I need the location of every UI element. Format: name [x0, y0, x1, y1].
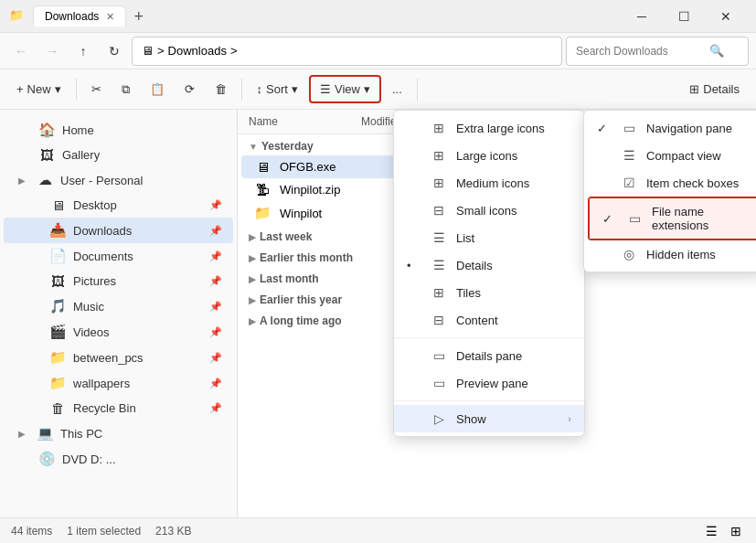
sync-button[interactable]: ⟳ [176, 77, 204, 101]
sidebar-item-wallpapers[interactable]: 📁 wallpapers 📌 [4, 370, 233, 396]
status-item-count: 44 items [11, 525, 52, 538]
menu-details[interactable]: • ☰ Details [394, 251, 584, 279]
sidebar-item-dvd-d:-...[interactable]: 💿 DVD D: ... [4, 446, 233, 472]
delete-button[interactable]: 🗑 [206, 77, 236, 101]
file-icon: 🖥 [252, 159, 272, 175]
status-detail-view-button[interactable]: ⊞ [727, 522, 745, 540]
sidebar-item-documents[interactable]: 📄 Documents 📌 [4, 243, 233, 269]
sidebar-icon: 🗑 [49, 400, 66, 416]
sidebar-item-music[interactable]: 🎵 Music 📌 [4, 293, 233, 319]
toolbar-sep-2 [241, 79, 242, 101]
forward-button[interactable]: → [38, 37, 66, 65]
breadcrumb[interactable]: 🖥 > Downloads > [132, 37, 562, 66]
new-dropdown-icon: ▾ [55, 82, 61, 96]
pin-icon: 📌 [209, 301, 222, 313]
sidebar-label: Videos [73, 325, 202, 339]
sort-dropdown-icon: ▾ [292, 82, 298, 96]
caret-icon: ▶ [249, 295, 256, 305]
pin-icon: 📌 [209, 326, 222, 338]
status-view-controls: ☰ ⊞ [702, 522, 745, 540]
sidebar-label: Desktop [73, 198, 202, 212]
maximize-button[interactable]: ☐ [663, 2, 705, 31]
breadcrumb-sep: > [157, 44, 165, 58]
menu-content[interactable]: ⊟ Content [394, 306, 584, 334]
menu-sep-1 [394, 337, 584, 338]
sidebar-item-user---personal[interactable]: ▶ ☁ User - Personal [4, 167, 233, 193]
menu-medium-icons[interactable]: ⊞ Medium icons [394, 169, 584, 197]
tab-close-button[interactable]: ✕ [106, 11, 114, 23]
menu-details-pane[interactable]: ▭ Details pane [394, 342, 584, 369]
sidebar-item-this-pc[interactable]: ▶ 💻 This PC [4, 421, 233, 446]
sidebar-icon: 🎵 [49, 298, 66, 314]
sidebar: 🏠 Home 🖼 Gallery ▶ ☁ User - Personal 🖥 D… [0, 110, 238, 517]
up-button[interactable]: ↑ [69, 37, 97, 65]
tab-downloads[interactable]: Downloads ✕ [33, 5, 126, 27]
menu-extra-large-icons[interactable]: ⊞ Extra large icons [394, 114, 584, 142]
sidebar-icon: ☁ [37, 172, 53, 188]
minimize-button[interactable]: ─ [621, 2, 663, 31]
sidebar-item-recycle-bin[interactable]: 🗑 Recycle Bin 📌 [4, 396, 233, 421]
details-icon: ⊞ [689, 82, 699, 96]
menu-list[interactable]: ☰ List [394, 224, 584, 251]
sidebar-label: Pictures [73, 274, 202, 288]
more-button[interactable]: ... [383, 77, 411, 101]
sidebar-label: Recycle Bin [73, 401, 202, 415]
pin-icon: 📌 [209, 378, 222, 389]
group-label-text: Earlier this month [260, 251, 353, 264]
view-dropdown: ⊞ Extra large icons ⊞ Large icons ⊞ Medi… [393, 110, 585, 437]
view-icon: ☰ [320, 82, 331, 96]
sidebar-item-desktop[interactable]: 🖥 Desktop 📌 [4, 193, 233, 218]
details-label: Details [703, 82, 740, 96]
sidebar-icon: 📁 [49, 375, 66, 391]
sidebar-item-videos[interactable]: 🎬 Videos 📌 [4, 319, 233, 345]
caret-icon: ▶ [249, 253, 256, 263]
sidebar-item-gallery[interactable]: 🖼 Gallery [4, 143, 233, 167]
copy-button[interactable]: ⧉ [112, 77, 139, 102]
menu-large-icons[interactable]: ⊞ Large icons [394, 142, 584, 169]
view-button[interactable]: ☰ View ▾ [309, 75, 381, 103]
menu-preview-pane[interactable]: ▭ Preview pane [394, 369, 584, 397]
toolbar: + New ▾ ✂ ⧉ 📋 ⟳ 🗑 ↕ Sort ▾ ☰ View ▾ ... … [0, 69, 756, 110]
refresh-button[interactable]: ↻ [101, 37, 128, 65]
pin-icon: 📌 [209, 250, 222, 262]
sidebar-icon: 🏠 [38, 122, 55, 138]
menu-small-icons[interactable]: ⊟ Small icons [394, 197, 584, 224]
new-button[interactable]: + New ▾ [7, 77, 70, 101]
sub-file-name-extensions[interactable]: ✓ ▭ File name extensions [590, 198, 756, 239]
toolbar-sep-1 [76, 79, 77, 101]
sidebar-icon: 📄 [49, 248, 66, 264]
status-list-view-button[interactable]: ☰ [702, 522, 721, 540]
sidebar-label: This PC [60, 427, 222, 441]
view-dropdown-icon: ▾ [364, 82, 370, 96]
sidebar-icon: 🖥 [49, 197, 66, 213]
new-tab-button[interactable]: + [133, 8, 144, 25]
menu-tiles[interactable]: ⊞ Tiles [394, 279, 584, 306]
status-bar: 44 items 1 item selected 213 KB ☰ ⊞ [0, 517, 756, 543]
sort-icon: ↕ [257, 82, 263, 96]
group-label-text: Earlier this year [260, 293, 342, 306]
back-button[interactable]: ← [7, 37, 35, 65]
sidebar-item-pictures[interactable]: 🖼 Pictures 📌 [4, 269, 233, 293]
sort-button[interactable]: ↕ Sort ▾ [248, 77, 307, 101]
menu-show[interactable]: ▷ Show › [394, 405, 584, 432]
paste-button[interactable]: 📋 [141, 77, 174, 101]
sidebar-item-home[interactable]: 🏠 Home [4, 117, 233, 143]
sub-item-check-boxes[interactable]: ☑ Item check boxes [584, 169, 756, 197]
file-icon: 📁 [252, 205, 272, 221]
sidebar-item-downloads[interactable]: 📥 Downloads 📌 [4, 218, 233, 243]
expand-icon: ▶ [18, 429, 26, 439]
status-selected: 1 item selected [67, 525, 141, 538]
search-box[interactable]: 🔍 [566, 37, 749, 66]
pin-icon: 📌 [209, 402, 222, 414]
close-button[interactable]: ✕ [705, 2, 747, 31]
details-button[interactable]: ⊞ Details [680, 77, 749, 101]
group-label-text: A long time ago [260, 314, 342, 327]
sub-navigation-pane[interactable]: ✓ ▭ Navigation pane [584, 114, 756, 142]
sidebar-item-between_pcs[interactable]: 📁 between_pcs 📌 [4, 345, 233, 370]
search-icon: 🔍 [709, 44, 724, 58]
sub-compact-view[interactable]: ☰ Compact view [584, 142, 756, 169]
search-input[interactable] [576, 45, 704, 58]
cut-button[interactable]: ✂ [82, 77, 111, 101]
sub-hidden-items[interactable]: ◎ Hidden items [584, 240, 756, 268]
show-submenu: ✓ ▭ Navigation pane ☰ Compact view ☑ Ite… [583, 110, 756, 272]
